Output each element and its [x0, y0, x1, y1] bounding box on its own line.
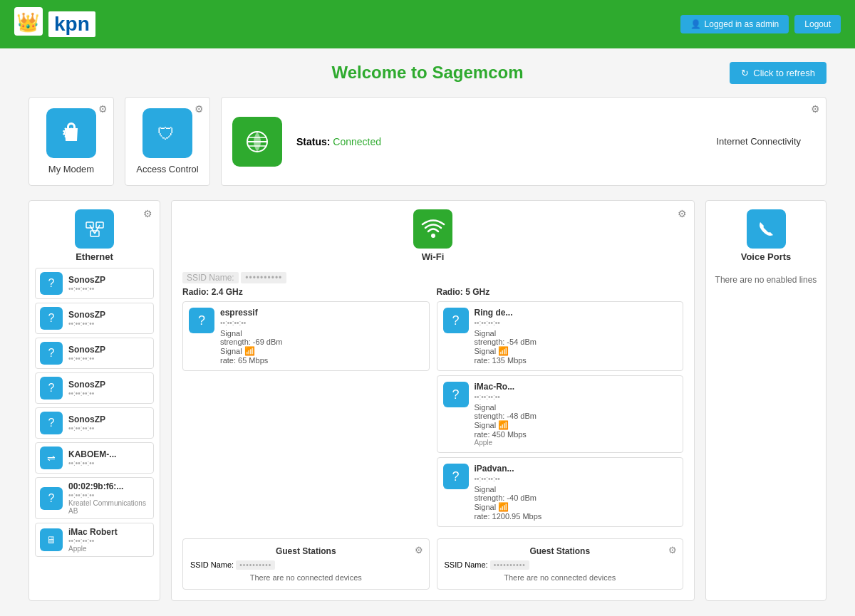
wifi-device-espressif[interactable]: ? espressif ••:••:••:•• Signal strength:… [182, 301, 430, 371]
sonos-5-info: SonosZP ••:••:••:•• [68, 414, 105, 432]
user-icon: 👤 [690, 19, 701, 29]
ethernet-device-sonos-5[interactable]: ? SonosZP ••:••:••:•• [35, 407, 154, 439]
imac-icon: 🖥 [40, 528, 63, 551]
kreatel-info: 00:02:9b:f6:... ••:••:••:•• Kreatel Comm… [68, 481, 149, 515]
guest-2-gear-icon[interactable]: ⚙ [668, 545, 677, 555]
access-control-icon: 🛡 [142, 108, 192, 158]
radio-24-col: Radio: 2.4 GHz ? espressif ••:••:••:•• S… [182, 287, 430, 531]
guest-1-title: Guest Stations [190, 546, 422, 556]
guest-2-title: Guest Stations [445, 546, 676, 556]
access-control-widget[interactable]: ⚙ 🛡 Access Control [125, 97, 210, 186]
wifi-device-imac-ro[interactable]: ? iMac-Ro... ••:••:••:•• Signal strength… [437, 375, 684, 453]
guest-2-ssid-value: •••••••••• [490, 560, 529, 570]
wifi-ssid-row: SSID Name: •••••••••• [172, 268, 694, 287]
wifi-gear-icon[interactable]: ⚙ [678, 208, 687, 219]
ethernet-device-sonos-4[interactable]: ? SonosZP ••:••:••:•• [35, 372, 154, 404]
internet-info: Status: Connected [296, 136, 381, 147]
wifi-signal-imac-icon: 📶 [498, 420, 509, 430]
logged-in-button[interactable]: 👤 Logged in as admin [680, 15, 789, 33]
my-modem-gear-icon[interactable]: ⚙ [98, 103, 108, 115]
ring-icon: ? [443, 308, 469, 333]
status-value: Connected [333, 136, 381, 147]
logo-crown: 👑 [14, 7, 43, 41]
access-control-gear-icon[interactable]: ⚙ [195, 103, 204, 115]
wifi-device-ipadvan[interactable]: ? iPadvan... ••:••:••:•• Signal strength… [437, 457, 684, 527]
status-label: Status: [296, 136, 330, 147]
ethernet-device-sonos-1[interactable]: ? SonosZP ••:••:••:•• [35, 268, 154, 299]
ethernet-gear-icon[interactable]: ⚙ [143, 208, 152, 219]
guest-1-empty: There are no connected devices [190, 573, 422, 582]
internet-connectivity-widget[interactable]: ⚙ Status: Connected Internet Connectivit… [221, 97, 826, 186]
voice-empty: There are no enabled lines [706, 268, 826, 292]
guest-1-ssid-value: •••••••••• [236, 560, 275, 570]
radio-5-col: Radio: 5 GHz ? Ring de... ••:••:••:•• Si… [437, 287, 684, 531]
sonos-3-icon: ? [40, 342, 63, 365]
ethernet-device-list: ? SonosZP ••:••:••:•• ? SonosZP ••:••:••… [29, 268, 160, 557]
imac-info: iMac Robert ••:••:••:•• Apple [68, 527, 118, 553]
guest-1-ssid: SSID Name: •••••••••• [190, 560, 422, 569]
internet-label: Internet Connectivity [716, 136, 801, 147]
logo-text: kpn [48, 11, 95, 37]
sonos-4-icon: ? [40, 377, 63, 400]
wifi-signal-ipad-icon: 📶 [498, 502, 509, 512]
guest-2-ssid: SSID Name: •••••••••• [445, 560, 676, 569]
svg-text:👑: 👑 [16, 11, 40, 33]
ipadvan-icon: ? [443, 464, 469, 489]
guest-2-empty: There are no connected devices [445, 573, 676, 582]
ipadvan-info: iPadvan... ••:••:••:•• Signal strength: … [475, 464, 542, 521]
refresh-icon: ↻ [741, 68, 749, 78]
logout-button[interactable]: Logout [794, 15, 841, 33]
kaboem-icon: ⇌ [40, 447, 63, 469]
top-widgets: ⚙ ⚙ My Modem ⚙ 🛡 Access Control ⚙ [28, 97, 826, 186]
voice-title: Voice Ports [741, 251, 792, 262]
sonos-2-icon: ? [40, 307, 63, 330]
main-content: Welcome to Sagemcom ↻ Click to refresh ⚙… [0, 48, 855, 615]
sonos-2-info: SonosZP ••:••:••:•• [68, 310, 105, 328]
ethernet-panel-header: ⚙ Ethernet [29, 201, 160, 268]
voice-panel: Voice Ports There are no enabled lines [705, 200, 826, 601]
wifi-panel: ⚙ Wi-Fi SSID Name: •••••••••• [171, 200, 695, 601]
guest-station-2: ⚙ Guest Stations SSID Name: •••••••••• T… [437, 538, 684, 590]
ethernet-device-sonos-2[interactable]: ? SonosZP ••:••:••:•• [35, 303, 154, 334]
wifi-device-ring[interactable]: ? Ring de... ••:••:••:•• Signal strength… [437, 301, 684, 371]
radio-5-label: Radio: 5 GHz [437, 287, 684, 297]
ethernet-device-kreatel[interactable]: ? 00:02:9b:f6:... ••:••:••:•• Kreatel Co… [35, 477, 154, 519]
sonos-5-icon: ? [40, 412, 63, 434]
logo-area: 👑 kpn [14, 7, 95, 41]
wifi-panel-header: ⚙ Wi-Fi [172, 201, 694, 268]
ethernet-title: Ethernet [76, 251, 113, 262]
bottom-section: ⚙ Ethernet ? SonosZP [28, 200, 826, 601]
page-title: Welcome to Sagemcom [28, 63, 826, 83]
refresh-button[interactable]: ↻ Click to refresh [730, 62, 826, 84]
sonos-1-info: SonosZP ••:••:••:•• [68, 275, 105, 293]
internet-gear-icon[interactable]: ⚙ [811, 103, 820, 115]
kaboem-info: KABOEM-... ••:••:••:•• [68, 449, 116, 467]
wifi-icon [413, 209, 452, 249]
sonos-3-info: SonosZP ••:••:••:•• [68, 345, 105, 362]
svg-text:🛡: 🛡 [157, 124, 175, 143]
radio-columns: Radio: 2.4 GHz ? espressif ••:••:••:•• S… [172, 287, 694, 531]
ethernet-device-kaboem[interactable]: ⇌ KABOEM-... ••:••:••:•• [35, 442, 154, 474]
my-modem-widget[interactable]: ⚙ ⚙ My Modem [28, 97, 114, 186]
espressif-icon: ? [189, 308, 214, 333]
guest-1-gear-icon[interactable]: ⚙ [415, 545, 423, 555]
wifi-signal-icon: 📶 [244, 346, 255, 356]
access-control-label: Access Control [136, 164, 198, 174]
imac-ro-icon: ? [443, 382, 469, 407]
wifi-signal-ring-icon: 📶 [498, 346, 509, 356]
ethernet-device-sonos-3[interactable]: ? SonosZP ••:••:••:•• [35, 338, 154, 369]
welcome-row: Welcome to Sagemcom ↻ Click to refresh [28, 63, 826, 83]
wifi-title: Wi-Fi [422, 251, 445, 262]
wifi-ssid-value: •••••••••• [241, 272, 286, 283]
radio-24-label: Radio: 2.4 GHz [182, 287, 430, 297]
ring-info: Ring de... ••:••:••:•• Signal strength: … [475, 308, 537, 365]
voice-panel-header: Voice Ports [706, 201, 826, 268]
guest-stations-row: ⚙ Guest Stations SSID Name: •••••••••• T… [172, 538, 694, 590]
ethernet-device-imac-robert[interactable]: 🖥 iMac Robert ••:••:••:•• Apple [35, 523, 154, 557]
kreatel-icon: ? [40, 487, 63, 510]
imac-ro-info: iMac-Ro... ••:••:••:•• Signal strength: … [475, 382, 537, 447]
my-modem-icon: ⚙ [46, 108, 96, 158]
sonos-1-icon: ? [40, 272, 63, 295]
my-modem-label: My Modem [48, 164, 94, 174]
svg-point-10 [431, 234, 435, 238]
